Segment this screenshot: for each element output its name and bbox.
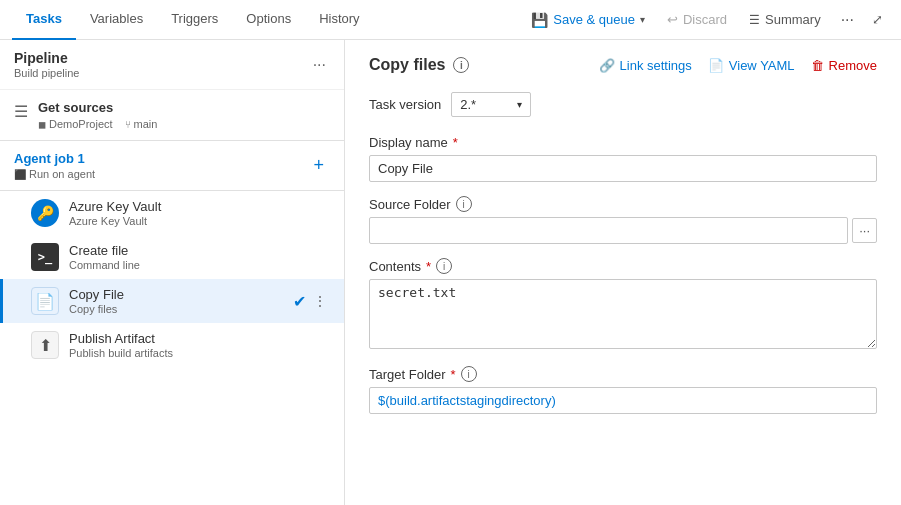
task-info: Create file Command line (69, 243, 330, 271)
get-sources-section: ☰ Get sources ◼ DemoProject ⑂ main (0, 90, 344, 140)
create-file-subtitle: Command line (69, 259, 330, 271)
save-queue-button[interactable]: 💾 Save & queue ▾ (523, 8, 653, 32)
contents-textarea[interactable]: secret.txt (369, 279, 877, 349)
azure-key-vault-icon: 🔑 (31, 199, 59, 227)
branch-icon: ⑂ (125, 119, 131, 130)
task-item-copy-file[interactable]: 📄 Copy File Copy files ✔ ⋮ (0, 279, 344, 323)
publish-artifact-icon: ⬆ (31, 331, 59, 359)
save-queue-label: Save & queue (553, 12, 635, 27)
display-name-input[interactable] (369, 155, 877, 182)
publish-artifact-title: Publish Artifact (69, 331, 330, 346)
publish-artifact-subtitle: Publish build artifacts (69, 347, 330, 359)
task-info: Copy File Copy files (69, 287, 293, 315)
tab-triggers[interactable]: Triggers (157, 0, 232, 40)
nav-actions: 💾 Save & queue ▾ ↩ Discard ☰ Summary ···… (523, 7, 889, 33)
remove-icon: 🗑 (811, 58, 824, 73)
display-name-row: Display name * (369, 135, 877, 182)
target-folder-input[interactable] (369, 387, 877, 414)
tab-tasks[interactable]: Tasks (12, 0, 76, 40)
save-dropdown-icon: ▾ (640, 14, 645, 25)
contents-info-icon[interactable]: i (436, 258, 452, 274)
summary-lines-icon: ☰ (749, 13, 760, 27)
task-item-publish-artifact[interactable]: ⬆ Publish Artifact Publish build artifac… (0, 323, 344, 367)
expand-button[interactable]: ⤢ (866, 8, 889, 31)
task-version-select[interactable]: 2.* ▾ (451, 92, 531, 117)
target-folder-row: Target Folder * i (369, 366, 877, 414)
source-folder-browse-button[interactable]: ··· (852, 218, 877, 243)
main-content: Pipeline Build pipeline ··· ☰ Get source… (0, 40, 901, 505)
tab-variables[interactable]: Variables (76, 0, 157, 40)
task-info: Publish Artifact Publish build artifacts (69, 331, 330, 359)
discard-button[interactable]: ↩ Discard (659, 8, 735, 31)
more-options-button[interactable]: ··· (835, 7, 860, 33)
link-settings-button[interactable]: 🔗 Link settings (599, 58, 692, 73)
detail-title: Copy files i (369, 56, 469, 74)
view-yaml-icon: 📄 (708, 58, 724, 73)
source-folder-row: Source Folder i ··· (369, 196, 877, 244)
source-folder-info-icon[interactable]: i (456, 196, 472, 212)
agent-icon: ⬛ (14, 169, 26, 180)
add-task-button[interactable]: + (307, 153, 330, 178)
get-sources-project: ◼ DemoProject (38, 118, 113, 130)
target-folder-label: Target Folder * i (369, 366, 877, 382)
get-sources-title: Get sources (38, 100, 157, 115)
display-name-required: * (453, 135, 458, 150)
pipeline-title: Pipeline (14, 50, 79, 66)
pipeline-header: Pipeline Build pipeline ··· (0, 40, 344, 90)
contents-required: * (426, 259, 431, 274)
version-chevron-down-icon: ▾ (517, 99, 522, 110)
detail-header: Copy files i 🔗 Link settings 📄 View YAML… (369, 56, 877, 74)
link-settings-label: Link settings (620, 58, 692, 73)
task-version-label: Task version (369, 97, 441, 112)
get-sources-branch: ⑂ main (125, 118, 158, 130)
top-nav: Tasks Variables Triggers Options History… (0, 0, 901, 40)
get-sources-meta: ◼ DemoProject ⑂ main (38, 118, 157, 130)
pipeline-menu-button[interactable]: ··· (309, 54, 330, 76)
target-folder-info-icon[interactable]: i (461, 366, 477, 382)
undo-icon: ↩ (667, 12, 678, 27)
project-icon: ◼ (38, 119, 46, 130)
copy-files-info-icon[interactable]: i (453, 57, 469, 73)
save-icon: 💾 (531, 12, 548, 28)
remove-button[interactable]: 🗑 Remove (811, 58, 877, 73)
summary-label: Summary (765, 12, 821, 27)
pipeline-subtitle: Build pipeline (14, 67, 79, 79)
nav-tabs: Tasks Variables Triggers Options History (12, 0, 374, 40)
copy-file-menu-button[interactable]: ⋮ (310, 291, 330, 311)
source-folder-input[interactable] (369, 217, 848, 244)
copy-file-check-icon: ✔ (293, 292, 306, 311)
tab-options[interactable]: Options (232, 0, 305, 40)
task-version-row: Task version 2.* ▾ (369, 92, 877, 117)
discard-label: Discard (683, 12, 727, 27)
agent-job-subtitle: ⬛ Run on agent (14, 168, 95, 180)
contents-label: Contents * i (369, 258, 877, 274)
task-item-create-file[interactable]: >_ Create file Command line (0, 235, 344, 279)
create-file-icon: >_ (31, 243, 59, 271)
copy-file-title: Copy File (69, 287, 293, 302)
view-yaml-label: View YAML (729, 58, 795, 73)
create-file-title: Create file (69, 243, 330, 258)
view-yaml-button[interactable]: 📄 View YAML (708, 58, 795, 73)
display-name-label: Display name * (369, 135, 877, 150)
tab-history[interactable]: History (305, 0, 373, 40)
agent-job-title[interactable]: Agent job 1 (14, 151, 95, 166)
detail-panel: Copy files i 🔗 Link settings 📄 View YAML… (345, 40, 901, 505)
copy-file-subtitle: Copy files (69, 303, 293, 315)
get-sources-icon: ☰ (14, 102, 28, 121)
task-item-azure-key-vault[interactable]: 🔑 Azure Key Vault Azure Key Vault (0, 191, 344, 235)
agent-job-section: Agent job 1 ⬛ Run on agent + (0, 140, 344, 191)
contents-row: Contents * i secret.txt (369, 258, 877, 352)
summary-button[interactable]: ☰ Summary (741, 8, 829, 31)
remove-label: Remove (829, 58, 877, 73)
source-folder-input-wrap: ··· (369, 217, 877, 244)
azure-key-vault-subtitle: Azure Key Vault (69, 215, 330, 227)
sidebar: Pipeline Build pipeline ··· ☰ Get source… (0, 40, 345, 505)
detail-actions: 🔗 Link settings 📄 View YAML 🗑 Remove (599, 58, 877, 73)
copy-file-icon: 📄 (31, 287, 59, 315)
target-folder-required: * (451, 367, 456, 382)
source-folder-label: Source Folder i (369, 196, 877, 212)
copy-file-task-actions: ✔ ⋮ (293, 291, 330, 311)
azure-key-vault-title: Azure Key Vault (69, 199, 330, 214)
link-settings-icon: 🔗 (599, 58, 615, 73)
task-version-value: 2.* (460, 97, 476, 112)
